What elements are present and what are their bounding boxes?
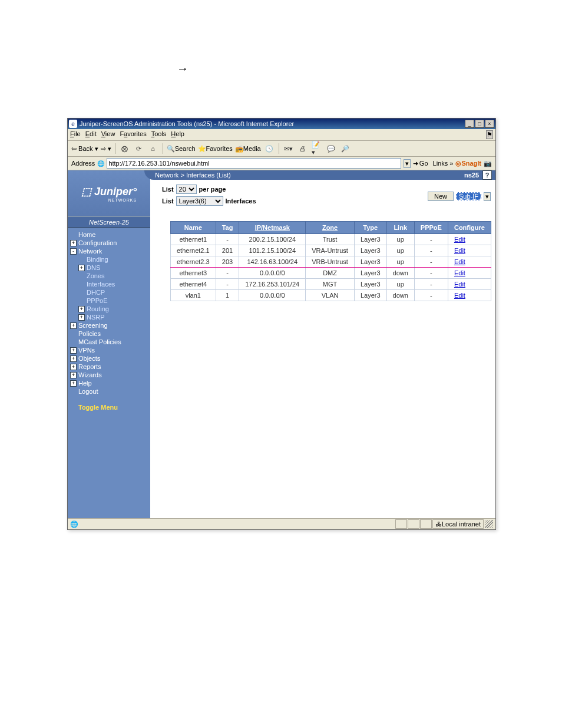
nav-screening[interactable]: +Screening <box>70 321 150 330</box>
cell-pppoe: - <box>414 279 448 290</box>
media-button[interactable]: 📻Media <box>235 145 261 153</box>
nav-vpns[interactable]: +VPNs <box>70 346 150 354</box>
cell-ip: 0.0.0.0/0 <box>239 268 306 279</box>
go-button[interactable]: ➜Go <box>413 160 428 167</box>
snagit-capture-icon[interactable]: 📷 <box>484 160 492 167</box>
stop-icon[interactable]: ⨂ <box>119 143 131 154</box>
close-button[interactable]: × <box>485 120 494 128</box>
nav-help[interactable]: +Help <box>70 379 150 387</box>
resize-grip[interactable] <box>485 520 493 528</box>
refresh-icon[interactable]: ⟳ <box>133 143 145 154</box>
nav-pppoe[interactable]: PPPoE <box>70 297 150 305</box>
nav-mcast[interactable]: MCast Policies <box>70 338 150 346</box>
cell-pppoe: - <box>414 234 448 245</box>
nav-reports[interactable]: +Reports <box>70 363 150 371</box>
nav-home[interactable]: Home <box>70 230 150 239</box>
expand-icon[interactable]: + <box>78 306 85 312</box>
menu-view[interactable]: View <box>101 130 115 139</box>
cell-tag: - <box>216 234 239 245</box>
favorites-button[interactable]: ⭐Favorites <box>198 145 233 153</box>
cell-ip: 142.16.63.100/24 <box>239 256 306 268</box>
expand-icon[interactable]: + <box>78 314 85 321</box>
new-button[interactable]: New <box>428 192 454 201</box>
expand-icon[interactable]: + <box>70 240 77 246</box>
expand-icon[interactable]: + <box>70 364 77 370</box>
cell-configure: Edit <box>448 268 491 279</box>
snagit-button[interactable]: ◎SnagIt <box>455 160 481 167</box>
col-zone[interactable]: Zone <box>306 222 355 234</box>
edit-link[interactable]: Edit <box>454 247 465 254</box>
collapse-icon[interactable]: - <box>70 248 77 255</box>
address-dropdown[interactable]: ▾ <box>404 159 411 168</box>
subif-select[interactable]: Sub-IF <box>456 192 481 200</box>
filter-select[interactable]: Layer3(6) <box>176 196 223 206</box>
discuss-icon[interactable]: 💬 <box>325 143 337 154</box>
expand-icon[interactable]: + <box>70 372 77 378</box>
print-icon[interactable]: 🖨 <box>297 143 309 154</box>
edit-link[interactable]: Edit <box>454 292 465 299</box>
address-input[interactable] <box>107 158 401 169</box>
expand-icon[interactable]: + <box>70 347 77 354</box>
table-row: ethernet2.3203142.16.63.100/24VRB-Untrus… <box>171 256 491 268</box>
nav-nsrp[interactable]: +NSRP <box>70 313 150 321</box>
forward-button[interactable]: ⇨ ▾ <box>101 145 111 153</box>
nav-wizards[interactable]: +Wizards <box>70 371 150 379</box>
menu-file[interactable]: File <box>70 130 81 139</box>
expand-icon[interactable]: + <box>70 355 77 362</box>
ie-icon: e <box>69 120 77 128</box>
menu-favorites[interactable]: Favorites <box>120 130 146 139</box>
edit-link[interactable]: Edit <box>454 236 465 243</box>
nav-configuration[interactable]: +Configuration <box>70 239 150 247</box>
cell-tag: - <box>216 268 239 279</box>
home-icon[interactable]: ⌂ <box>147 143 159 154</box>
menu-edit[interactable]: Edit <box>85 130 97 139</box>
edit-icon[interactable]: 📝▾ <box>311 143 323 154</box>
nav-objects[interactable]: +Objects <box>70 354 150 363</box>
breadcrumb: Network > Interfaces (List) ns25 ? <box>144 170 495 180</box>
cell-link: up <box>386 245 414 256</box>
toggle-menu[interactable]: Toggle Menu <box>70 396 150 411</box>
nav-network[interactable]: -Network <box>70 247 150 255</box>
device-model: NetScreen-25 <box>68 216 150 228</box>
links-button[interactable]: Links » <box>433 160 454 167</box>
edit-link[interactable]: Edit <box>454 258 465 265</box>
subif-dropdown[interactable]: ▾ <box>484 192 491 201</box>
expand-icon[interactable]: + <box>78 265 85 271</box>
research-icon[interactable]: 🔎 <box>339 143 351 154</box>
minimize-button[interactable]: _ <box>465 120 474 128</box>
table-row: ethernet4-172.16.253.101/24MGTLayer3up-E… <box>171 279 491 290</box>
expand-icon[interactable]: + <box>70 380 77 387</box>
edit-link[interactable]: Edit <box>454 269 465 276</box>
col-ip[interactable]: IP/Netmask <box>239 222 306 234</box>
nav-policies[interactable]: Policies <box>70 330 150 338</box>
list-controls: List 20 per page List Layer3(6) Interfac… <box>150 180 495 210</box>
nav-interfaces[interactable]: Interfaces <box>70 280 150 288</box>
col-type: Type <box>354 222 386 234</box>
nav-logout[interactable]: Logout <box>70 387 150 396</box>
cell-link: down <box>386 290 414 301</box>
menu-tools[interactable]: Tools <box>151 130 167 139</box>
maximize-button[interactable]: □ <box>475 120 484 128</box>
history-icon[interactable]: 🕓 <box>263 143 275 154</box>
search-button[interactable]: 🔍Search <box>167 145 196 153</box>
juniper-logo: ⬚ Juniper° <box>81 185 137 198</box>
nav-dhcp[interactable]: DHCP <box>70 288 150 297</box>
nav-routing[interactable]: +Routing <box>70 305 150 313</box>
nav-dns[interactable]: +DNS <box>70 263 150 272</box>
main-panel: Network > Interfaces (List) ns25 ? List … <box>150 170 495 518</box>
mail-icon[interactable]: ✉▾ <box>283 143 295 154</box>
col-name[interactable]: Name <box>171 222 216 234</box>
filter-label: List <box>162 197 174 205</box>
nav-binding[interactable]: Binding <box>70 255 150 263</box>
edit-link[interactable]: Edit <box>454 281 465 288</box>
cell-ip: 0.0.0.0/0 <box>239 290 306 301</box>
list-label: List <box>162 186 174 193</box>
throbber-icon: ⚑ <box>486 130 493 139</box>
help-icon[interactable]: ? <box>482 170 492 180</box>
status-cell <box>408 519 419 529</box>
back-button[interactable]: ⇦ Back ▾ <box>71 145 98 153</box>
expand-icon[interactable]: + <box>70 322 77 329</box>
nav-zones[interactable]: Zones <box>70 272 150 280</box>
menu-help[interactable]: Help <box>171 130 184 139</box>
per-page-select[interactable]: 20 <box>176 185 197 194</box>
